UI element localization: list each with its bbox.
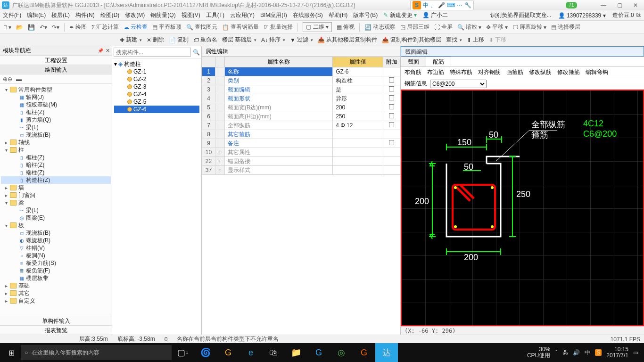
filter-button[interactable]: ▼ 过滤: [290, 36, 313, 44]
tree-item[interactable]: ▦楼层板带: [1, 274, 111, 282]
prop-value[interactable]: 构造柱: [333, 76, 383, 85]
component-search-input[interactable]: [114, 48, 191, 57]
tray-net-icon[interactable]: 🖧: [562, 349, 568, 356]
tray-vol-icon[interactable]: 🔊: [573, 349, 580, 356]
menu-modify[interactable]: 修改(M): [125, 11, 145, 19]
edit-hook-button[interactable]: 编辑弯钩: [586, 68, 608, 76]
close-button[interactable]: ✕: [629, 1, 642, 9]
save-icon[interactable]: 💾: [28, 24, 35, 31]
tab-project-settings[interactable]: 工程设置: [0, 56, 112, 65]
tree-item[interactable]: ○板洞(N): [1, 252, 111, 259]
special-bar-button[interactable]: 特殊布筋: [450, 68, 472, 76]
copy-from-button[interactable]: 📥 从其他楼层复制构件: [318, 36, 377, 44]
menu-rebar[interactable]: 钢筋量(Q): [150, 11, 175, 19]
task-store[interactable]: 🛍: [262, 343, 285, 362]
edit-long-button[interactable]: 修改纵筋: [529, 68, 552, 76]
tree-item[interactable]: ▾梁: [1, 199, 111, 206]
prop-value[interactable]: 250: [333, 112, 383, 121]
tree-item[interactable]: ≣板负筋(F): [1, 267, 111, 274]
tree-item[interactable]: ▭现浇板(B): [1, 229, 111, 237]
minimize-button[interactable]: —: [597, 1, 610, 9]
task-app5[interactable]: G: [353, 343, 375, 362]
prop-value[interactable]: [333, 139, 383, 148]
tab-report[interactable]: 报表预览: [0, 325, 112, 335]
tree-item[interactable]: ◎圈梁(E): [1, 214, 111, 222]
view-2d-select[interactable]: ▢ 二维 ▾: [303, 22, 332, 32]
redo-icon[interactable]: ↷▾: [52, 24, 59, 31]
menu-view[interactable]: 视图(V): [182, 11, 200, 19]
prop-name[interactable]: 显示样式: [225, 166, 333, 175]
tree-item[interactable]: ▦筏板基础(M): [1, 101, 111, 108]
task-app2[interactable]: G: [217, 343, 239, 362]
pan-button[interactable]: ✥ 平移 ▾: [486, 23, 508, 31]
start-button[interactable]: ⊞: [2, 343, 21, 362]
fullscreen-button[interactable]: ⛶ 全屏: [434, 23, 453, 31]
prop-name[interactable]: 其它属性: [225, 148, 333, 157]
prop-value[interactable]: [333, 157, 383, 166]
undo-icon[interactable]: ↶▾: [40, 24, 47, 31]
move-down-button[interactable]: ⬇ 下移: [489, 36, 506, 44]
prop-name[interactable]: 截面编辑: [225, 85, 333, 94]
section-canvas[interactable]: 200 250 200 150 50 50 全部纵筋 箍筋 4C12 C6@20…: [401, 90, 644, 326]
prop-name[interactable]: 其它箍筋: [225, 130, 333, 139]
task-app6[interactable]: 达: [375, 343, 398, 362]
delete-button[interactable]: ✕ 删除: [147, 36, 164, 44]
component-root[interactable]: ▾◈ 构造柱: [114, 60, 199, 68]
edit-stirrup-button[interactable]: 修改箍筋: [557, 68, 580, 76]
find-button[interactable]: 查找: [446, 36, 462, 44]
tab-draw-input[interactable]: 绘图输入: [0, 65, 112, 74]
select-floor-button[interactable]: ▤ 选择楼层: [551, 23, 580, 31]
tree-item[interactable]: ≡板受力筋(S): [1, 259, 111, 267]
view-rebar-button[interactable]: 📋 查看钢筋量: [222, 23, 259, 31]
task-app4[interactable]: ◎: [330, 343, 353, 362]
task-explorer[interactable]: 📁: [285, 343, 307, 362]
menu-draw[interactable]: 绘图(D): [100, 11, 120, 19]
prop-name[interactable]: 名称: [225, 67, 333, 76]
prop-value[interactable]: [333, 130, 383, 139]
sort-button[interactable]: A↓ 排序: [261, 36, 285, 44]
tree-item[interactable]: ▦轴网(J): [1, 93, 111, 101]
tree-item[interactable]: ▸轴线: [1, 139, 111, 146]
tree-item[interactable]: ▸基础: [1, 282, 111, 289]
prop-name[interactable]: 全部纵筋: [225, 121, 333, 130]
tree-item[interactable]: 〰梁(L): [1, 123, 111, 131]
open-file-icon[interactable]: 📂: [16, 24, 23, 31]
ime-bar[interactable]: S 中 、 🎤 ⌨ ⋯ 🔧: [410, 0, 474, 10]
menu-floor[interactable]: 楼层(L): [51, 11, 70, 19]
tray-notif-icon[interactable]: ▭: [633, 349, 638, 356]
tip-link[interactable]: 识别负筋界面提取支座...: [490, 11, 552, 19]
component-item[interactable]: GZ-4: [114, 90, 199, 98]
zoom-button[interactable]: 🔍 缩放 ▾: [457, 23, 481, 31]
prop-value[interactable]: 异形: [333, 94, 383, 103]
move-up-button[interactable]: ⬆ 上移: [467, 36, 484, 44]
cpu-meter[interactable]: 30%CPU使用: [527, 346, 550, 359]
component-item[interactable]: GZ-3: [114, 83, 199, 90]
tree-item[interactable]: ▯暗柱(Z): [1, 161, 111, 169]
corner-bar-button[interactable]: 布角筋: [405, 68, 421, 76]
tray-sogou-icon[interactable]: S: [595, 349, 602, 356]
close-panel-icon[interactable]: ✕: [106, 48, 110, 54]
batch-select-button[interactable]: ☑ 批量选择: [264, 23, 293, 31]
draw-button[interactable]: ✒ 绘图: [69, 23, 87, 31]
tab-section[interactable]: 截面: [401, 57, 426, 66]
menu-version[interactable]: 版本号(B): [353, 11, 378, 19]
tree-item[interactable]: ▯端柱(Z): [1, 169, 111, 176]
prop-name[interactable]: 截面宽(B边)(mm): [225, 103, 333, 112]
nav-tree[interactable]: ▾常用构件类型▦轴网(J)▦筏板基础(M)▯框柱(Z)▮剪力墙(Q)〰梁(L)▭…: [0, 84, 112, 316]
prop-value[interactable]: 200: [333, 103, 383, 112]
prop-value[interactable]: GZ-6: [333, 67, 383, 76]
tree-item[interactable]: ▯构造柱(Z): [1, 176, 111, 184]
tree-item[interactable]: ▸自定义: [1, 297, 111, 304]
new-button[interactable]: ✚ 新建: [120, 36, 142, 44]
expand-icon[interactable]: ⊕⊖: [3, 76, 12, 82]
draw-stirrup-button[interactable]: 画箍筋: [506, 68, 523, 76]
prop-name[interactable]: 备注: [225, 139, 333, 148]
prop-name[interactable]: 截面形状: [225, 94, 333, 103]
tray-clock[interactable]: 10:152017/7/1: [606, 346, 628, 359]
rotate-screen-button[interactable]: 🖵 屏幕旋转 ▾: [512, 23, 546, 31]
tree-item[interactable]: ▾常用构件类型: [1, 86, 111, 93]
tree-item[interactable]: ▽柱帽(V): [1, 244, 111, 252]
find-element-button[interactable]: 🔍 查找图元: [186, 23, 217, 31]
tree-item[interactable]: ▯框柱(Z): [1, 154, 111, 161]
prop-name[interactable]: 锚固搭接: [225, 157, 333, 166]
